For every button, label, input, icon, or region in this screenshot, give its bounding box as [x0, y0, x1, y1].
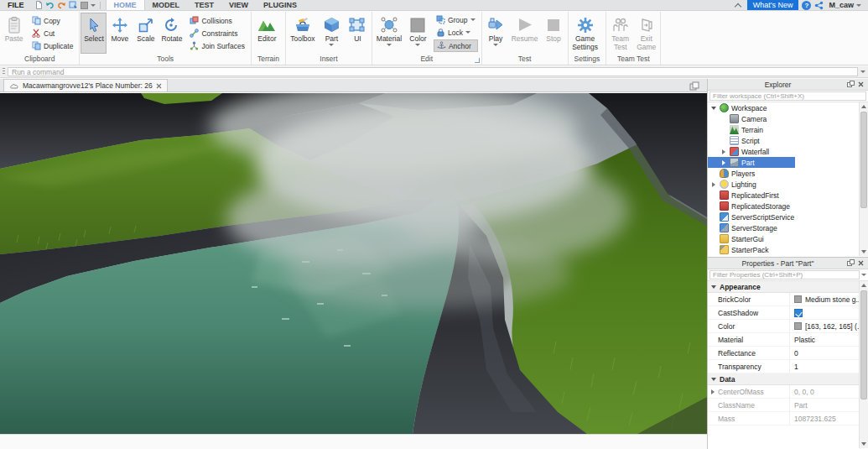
property-row-mass[interactable]: Mass 1087231.625: [708, 412, 868, 426]
properties-filter-input[interactable]: [709, 270, 860, 279]
section-data[interactable]: Data: [708, 373, 868, 385]
command-bar-caret-icon[interactable]: [860, 70, 865, 73]
explorer-item-serverstorage[interactable]: ServerStorage: [708, 222, 868, 233]
chevron-down-icon[interactable]: [710, 107, 717, 110]
part-button[interactable]: Part: [319, 13, 345, 54]
section-collapse-icon[interactable]: [711, 378, 716, 381]
command-input[interactable]: [8, 67, 858, 76]
property-row-castshadow[interactable]: CastShadow: [708, 306, 868, 320]
explorer-filter-input[interactable]: [709, 91, 866, 101]
property-value[interactable]: 0: [794, 349, 798, 358]
ui-button[interactable]: UI: [345, 13, 371, 54]
explorer-item-part[interactable]: Part: [708, 157, 795, 168]
viewport-3d[interactable]: [0, 93, 707, 434]
explorer-item-replicatedfirst[interactable]: ReplicatedFirst: [708, 190, 868, 201]
lock-button[interactable]: Lock: [434, 27, 478, 38]
scrollbar-thumb[interactable]: [860, 112, 867, 208]
user-menu[interactable]: M_caw: [827, 0, 868, 10]
close-tab-icon[interactable]: [156, 83, 162, 89]
game-settings-button[interactable]: Game Settings: [569, 13, 601, 54]
screenshot-icon[interactable]: [81, 2, 88, 9]
edit-dialog-launcher-icon[interactable]: [475, 58, 480, 63]
scroll-down-icon[interactable]: [860, 248, 868, 256]
chevron-right-icon[interactable]: [710, 182, 717, 187]
join-surfaces-button[interactable]: Join Surfaces: [187, 40, 247, 51]
chevron-right-icon[interactable]: [720, 149, 727, 154]
place-document-tab[interactable]: Macawmangrovve12's Place Number: 26: [3, 79, 168, 91]
terrain-editor-button[interactable]: Editor: [252, 13, 282, 54]
explorer-item-waterfall[interactable]: Waterfall: [708, 146, 868, 157]
castshadow-checkbox[interactable]: [794, 309, 803, 317]
undo-icon[interactable]: [45, 2, 55, 9]
whats-new-button[interactable]: What's New: [747, 0, 799, 10]
color-dropdown-caret-icon[interactable]: [415, 44, 420, 46]
move-button[interactable]: Move: [107, 13, 133, 54]
collisions-button[interactable]: Collisions: [187, 15, 247, 26]
explorer-item-camera[interactable]: Camera: [708, 113, 868, 124]
exit-game-button[interactable]: Exit Game: [633, 13, 659, 54]
property-value[interactable]: [163, 162, 165] (...: [805, 322, 863, 331]
constraints-button[interactable]: Constraints: [187, 28, 247, 39]
explorer-item-serverscriptservice[interactable]: ServerScriptService: [708, 211, 868, 222]
explorer-item-replicatedstorage[interactable]: ReplicatedStorage: [708, 201, 868, 211]
collapse-ribbon-icon[interactable]: [732, 0, 744, 10]
share-icon[interactable]: [814, 0, 824, 10]
property-value[interactable]: 1: [794, 363, 798, 371]
stop-button[interactable]: Stop: [541, 13, 567, 54]
resume-button[interactable]: Resume: [509, 13, 541, 54]
properties-scrollbar[interactable]: [859, 281, 868, 448]
property-value[interactable]: Plastic: [794, 336, 815, 344]
explorer-item-startergui[interactable]: StarterGui: [708, 233, 868, 244]
redo-icon[interactable]: [57, 2, 66, 9]
chevron-right-icon[interactable]: [720, 160, 727, 165]
scroll-up-icon[interactable]: [860, 281, 868, 290]
property-row-classname[interactable]: ClassName Part: [708, 399, 868, 412]
tab-home[interactable]: HOME: [106, 0, 145, 10]
explorer-item-terrain[interactable]: Terrain: [708, 124, 868, 135]
file-menu-button[interactable]: FILE: [0, 0, 32, 10]
toolbox-button[interactable]: Toolbox: [287, 13, 319, 54]
select-button[interactable]: Select: [81, 13, 107, 54]
property-row-color[interactable]: Color [163, 162, 165] (...: [708, 320, 868, 333]
tab-view[interactable]: VIEW: [221, 0, 256, 10]
properties-float-icon[interactable]: [845, 258, 855, 268]
scroll-down-icon[interactable]: [860, 440, 868, 448]
property-value[interactable]: Medium stone g...: [805, 295, 862, 304]
explorer-float-icon[interactable]: [845, 80, 855, 89]
explorer-item-workspace[interactable]: Workspace: [708, 102, 868, 113]
explorer-scrollbar[interactable]: [859, 102, 868, 256]
property-row-brickcolor[interactable]: BrickColor Medium stone g...: [708, 293, 868, 306]
property-row-transparency[interactable]: Transparency 1: [708, 360, 868, 373]
section-appearance[interactable]: Appearance: [708, 281, 868, 293]
rotate-button[interactable]: Rotate: [159, 13, 185, 54]
tab-model[interactable]: MODEL: [145, 0, 188, 10]
section-collapse-icon[interactable]: [711, 285, 716, 289]
duplicate-button[interactable]: Duplicate: [29, 40, 75, 51]
help-icon[interactable]: ?: [802, 1, 811, 10]
group-button[interactable]: Group: [434, 14, 478, 25]
property-row-reflectance[interactable]: Reflectance 0: [708, 347, 868, 360]
properties-close-icon[interactable]: [855, 258, 865, 268]
tab-test[interactable]: TEST: [187, 0, 221, 10]
brickcolor-swatch[interactable]: [794, 295, 802, 303]
explorer-close-icon[interactable]: [855, 80, 865, 89]
color-button[interactable]: Color: [405, 13, 431, 54]
explorer-item-lighting[interactable]: Lighting: [708, 179, 868, 190]
play-dropdown-caret-icon[interactable]: [493, 44, 498, 46]
scroll-up-icon[interactable]: [860, 102, 868, 111]
command-bar-grip[interactable]: [3, 68, 5, 76]
copy-button[interactable]: Copy: [29, 15, 75, 26]
new-file-icon[interactable]: [35, 1, 43, 9]
group-dropdown-caret-icon[interactable]: [470, 18, 476, 21]
properties-filter-caret-icon[interactable]: [861, 274, 866, 276]
tab-plugins[interactable]: PLUGINS: [256, 0, 304, 10]
insert-window-icon[interactable]: [69, 1, 78, 9]
team-test-button[interactable]: Team Test: [607, 13, 633, 54]
color-swatch[interactable]: [794, 322, 802, 330]
material-button[interactable]: Material: [373, 13, 405, 54]
part-dropdown-caret-icon[interactable]: [329, 44, 334, 46]
qat-dropdown-caret-icon[interactable]: [91, 4, 96, 7]
cut-button[interactable]: Cut: [29, 28, 75, 39]
chevron-right-icon[interactable]: [708, 389, 718, 394]
scrollbar-thumb[interactable]: [860, 290, 867, 399]
